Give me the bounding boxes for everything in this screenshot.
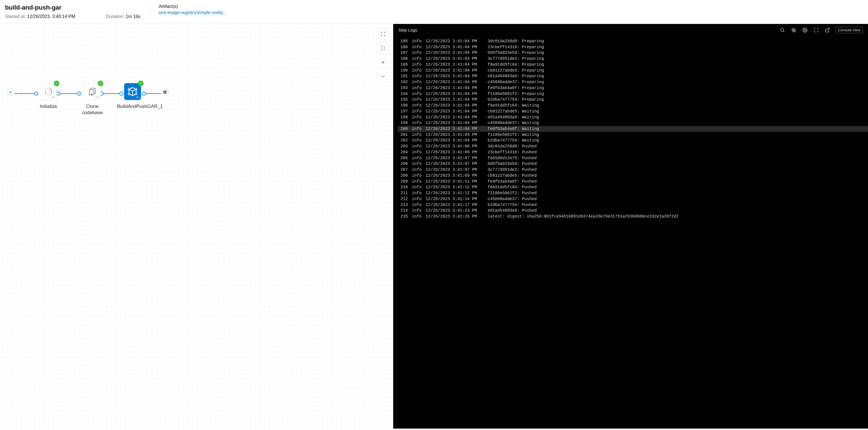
log-line[interactable]: 205info12/26/2023 3:41:07 PMfeb5d8d13e75…	[398, 155, 868, 161]
end-node[interactable]	[161, 88, 169, 96]
log-line[interactable]: 193info12/26/2023 3:41:04 PMfe0fb3ab4a0f…	[398, 85, 868, 91]
started-value: 12/26/2023, 3:40:14 PM	[27, 14, 75, 19]
log-line[interactable]: 214info12/26/2023 3:41:23 PMe01a454893a9…	[398, 208, 868, 213]
log-line[interactable]: 192info12/26/2023 3:41:04 PMc45660adde37…	[398, 79, 868, 85]
step-icon-build-push: ✓ </>	[124, 83, 141, 100]
log-line[interactable]: 190info12/26/2023 3:41:04 PMcb81227abde5…	[398, 68, 868, 74]
log-line[interactable]: 212info12/26/2023 3:41:14 PMc45660adde37…	[398, 196, 868, 202]
duration-value: 1m 16s	[126, 14, 140, 19]
log-line[interactable]: 213info12/26/2023 3:41:17 PMb2dba7477754…	[398, 202, 868, 208]
log-line[interactable]: 197info12/26/2023 3:41:04 PMcb81227abde5…	[398, 109, 868, 114]
step-logs-panel: Step Logs Console View 185info12/26/2023…	[393, 24, 868, 429]
log-line[interactable]: 186info12/26/2023 3:41:04 PM23cbeff14310…	[398, 44, 868, 50]
step-label: Initialize	[34, 104, 62, 110]
pipeline-canvas[interactable]: ✓ </> Initialize ✓ </> Clone codebase ✓	[0, 24, 393, 429]
fullscreen-icon[interactable]	[813, 27, 819, 33]
header-left: build-and-push-gar Started at: 12/26/202…	[5, 4, 141, 19]
log-line[interactable]: 208info12/26/2023 3:41:09 PMcb81227abde5…	[398, 173, 868, 179]
step-icon-clone: ✓ </>	[84, 83, 101, 100]
log-line[interactable]: 215info12/26/2023 3:41:26 PMlatest: dige…	[398, 213, 868, 220]
log-line[interactable]: 194info12/26/2023 3:41:04 PMf1186e5061f2…	[398, 91, 868, 97]
started-at: Started at: 12/26/2023, 3:40:14 PM	[5, 14, 75, 19]
log-line[interactable]: 196info12/26/2023 3:41:04 PMf8a91dd5fc84…	[398, 103, 868, 109]
step-initialize[interactable]: ✓ </> Initialize	[34, 83, 62, 110]
log-line[interactable]: 191info12/26/2023 3:41:04 PMe01a454893a9…	[398, 73, 868, 79]
log-line[interactable]: 189info12/26/2023 3:41:04 PMf8a91dd5fc84…	[398, 62, 868, 68]
code-icon: </>	[52, 96, 56, 99]
svg-line-17	[827, 28, 829, 30]
body: ✓ </> Initialize ✓ </> Clone codebase ✓	[0, 24, 868, 429]
svg-line-13	[783, 31, 784, 32]
zoom-in-button[interactable]	[378, 57, 388, 67]
svg-marker-4	[10, 91, 12, 93]
select-area-button[interactable]	[378, 43, 388, 53]
edge	[14, 93, 34, 94]
log-line[interactable]: 187info12/26/2023 3:41:04 PM0d5f5a015e5d…	[398, 50, 868, 56]
gear-icon[interactable]	[802, 27, 808, 33]
canvas-tools	[378, 29, 388, 81]
step-clone-codebase[interactable]: ✓ </> Clone codebase	[75, 83, 109, 116]
artifacts-link[interactable]: sna-image-registry/simple-nodej...	[159, 10, 226, 15]
step-label: Clone codebase	[75, 104, 109, 116]
stop-icon	[163, 90, 166, 94]
log-line[interactable]: 204info12/26/2023 3:41:06 PM23cbeff14310…	[398, 149, 868, 155]
log-line[interactable]: 201info12/26/2023 3:41:04 PMf1186e5061f2…	[398, 132, 868, 138]
success-badge-icon: ✓	[98, 81, 103, 86]
success-badge-icon: ✓	[138, 81, 144, 86]
logs-header: Step Logs Console View	[393, 24, 868, 36]
log-line[interactable]: 200info12/26/2023 3:41:04 PMfe0fb3ab4a0f…	[398, 126, 868, 132]
copy-icon[interactable]	[790, 27, 797, 33]
step-icon-initialize: ✓ </>	[40, 83, 57, 100]
log-line[interactable]: 211info12/26/2023 3:41:12 PMf1186e5061f2…	[398, 190, 868, 196]
duration-label: Duration:	[106, 14, 124, 19]
log-line[interactable]: 210info12/26/2023 3:41:12 PMf8a91dd5fc84…	[398, 184, 868, 190]
log-line[interactable]: 202info12/26/2023 3:41:04 PMb2dba7477754…	[398, 138, 868, 143]
step-build-and-push-gar[interactable]: ✓ </> BuildAndPushGAR_1	[117, 83, 148, 110]
artifacts-title: Artifact(s)	[159, 4, 226, 9]
success-badge-icon: ✓	[54, 81, 59, 86]
log-line[interactable]: 207info12/26/2023 3:41:07 PM3c777d951de2…	[398, 167, 868, 173]
started-label: Started at:	[5, 14, 26, 19]
log-line[interactable]: 209info12/26/2023 3:41:11 PMfe0fb3ab4a0f…	[398, 179, 868, 184]
log-line[interactable]: 199info12/26/2023 3:41:04 PMc45660adde37…	[398, 120, 868, 126]
code-icon: </>	[95, 96, 99, 99]
start-node[interactable]	[7, 88, 14, 96]
log-line[interactable]: 206info12/26/2023 3:41:07 PM0d5f5a015e5d…	[398, 161, 868, 167]
log-line[interactable]: 188info12/26/2023 3:41:04 PM3c777d951de2…	[398, 56, 868, 62]
logs-title: Step Logs	[398, 28, 417, 32]
log-line[interactable]: 195info12/26/2023 3:41:04 PMb2dba7477754…	[398, 97, 868, 103]
log-line[interactable]: 185info12/26/2023 3:41:04 PM3dc01da258d0…	[398, 38, 868, 44]
fit-view-button[interactable]	[378, 29, 388, 39]
artifacts-section: Artifact(s) sna-image-registry/simple-no…	[159, 4, 226, 15]
page-header: build-and-push-gar Started at: 12/26/202…	[0, 0, 868, 24]
logs-tools: Console View	[779, 27, 863, 33]
duration: Duration: 1m 16s	[106, 14, 141, 19]
svg-point-12	[781, 28, 784, 32]
search-icon[interactable]	[779, 27, 785, 33]
zoom-out-button[interactable]	[378, 71, 388, 81]
log-line[interactable]: 198info12/26/2023 3:41:04 PMe01a454893a9…	[398, 114, 868, 120]
external-link-icon[interactable]	[825, 27, 831, 33]
pipeline-title: build-and-push-gar	[5, 4, 141, 11]
console-view-button[interactable]: Console View	[836, 27, 863, 33]
svg-point-16	[804, 29, 806, 31]
svg-rect-0	[381, 47, 385, 50]
code-icon: </>	[136, 96, 140, 99]
log-line[interactable]: 203info12/26/2023 3:41:06 PM3dc01da258d0…	[398, 143, 868, 149]
log-lines[interactable]: 185info12/26/2023 3:41:04 PM3dc01da258d0…	[393, 36, 868, 224]
step-label: BuildAndPushGAR_1	[117, 104, 148, 110]
header-meta: Started at: 12/26/2023, 3:40:14 PM Durat…	[5, 14, 141, 19]
